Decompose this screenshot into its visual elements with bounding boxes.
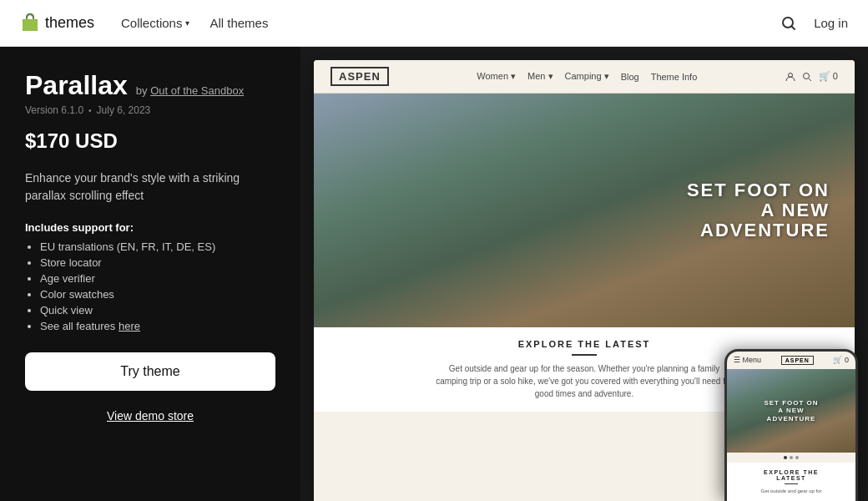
navbar-right: Log in: [777, 12, 848, 35]
preview-section-title: EXPLORE THE LATEST: [331, 339, 838, 349]
includes-title: Includes support for:: [25, 221, 275, 234]
theme-author: by Out of the Sandbox: [136, 84, 244, 97]
hero-text-overlay: SET FOOT ONA NEWADVENTURE: [687, 180, 830, 241]
mobile-dot: [795, 456, 799, 459]
preview-search-icon: [802, 72, 812, 82]
left-panel: Parallax by Out of the Sandbox Version 6…: [0, 47, 300, 501]
all-themes-link[interactable]: All themes: [209, 16, 268, 30]
preview-section-text: Get outside and gear up for the season. …: [434, 362, 734, 400]
feature-item: Store locator: [40, 256, 275, 269]
mobile-section-divider: [785, 483, 798, 484]
feature-item: Age verifier: [40, 272, 275, 285]
try-theme-button[interactable]: Try theme: [25, 352, 275, 391]
theme-description: Enhance your brand's style with a striki…: [25, 170, 275, 205]
preview-nav-links: Women ▾ Men ▾ Camping ▾ Blog Theme Info: [477, 71, 697, 82]
mobile-preview: ☰ Menu ASPEN 🛒 0 SET FOOT ONA NEWADVENTU…: [724, 349, 858, 501]
preview-hero: SET FOOT ONA NEWADVENTURE: [314, 94, 855, 327]
mobile-section-title: EXPLORE THELATEST: [732, 469, 850, 481]
view-demo-button[interactable]: View demo store: [25, 401, 275, 431]
search-button[interactable]: [777, 12, 800, 35]
theme-title: Parallax: [25, 70, 128, 101]
mobile-section-text: Get outside and gear up for: [732, 488, 850, 494]
collections-link[interactable]: Collections: [121, 16, 189, 30]
mobile-menu-icon: ☰ Menu: [734, 356, 761, 364]
navbar-links: Collections All themes: [121, 16, 777, 30]
feature-item: EU translations (EN, FR, IT, DE, ES): [40, 240, 275, 253]
logo-text: themes: [45, 14, 94, 32]
mobile-dots: [727, 453, 855, 463]
svg-line-5: [809, 78, 811, 81]
features-list: EU translations (EN, FR, IT, DE, ES) Sto…: [25, 240, 275, 336]
theme-title-row: Parallax by Out of the Sandbox: [25, 70, 275, 101]
theme-price: $170 USD: [25, 129, 275, 153]
theme-version: Version 6.1.0 • July 6, 2023: [25, 104, 275, 116]
mobile-cart-icon: 🛒 0: [833, 356, 849, 364]
feature-item: See all features here: [40, 320, 275, 332]
author-link[interactable]: Out of the Sandbox: [150, 84, 244, 97]
feature-item: Quick view: [40, 304, 275, 316]
mobile-section: EXPLORE THELATEST Get outside and gear u…: [727, 463, 855, 501]
svg-rect-1: [23, 19, 38, 31]
mobile-hero: SET FOOT ONA NEWADVENTURE: [727, 369, 855, 453]
search-icon: [780, 15, 797, 32]
logo[interactable]: themes: [20, 13, 94, 33]
preview-account-icon: [785, 72, 795, 82]
mobile-hero-text: SET FOOT ONA NEWADVENTURE: [764, 398, 818, 423]
mobile-dot: [784, 456, 787, 459]
login-link[interactable]: Log in: [814, 16, 848, 30]
right-panel: ASPEN Women ▾ Men ▾ Camping ▾ Blog Theme…: [300, 47, 868, 501]
mobile-logo: ASPEN: [781, 356, 814, 365]
mobile-dot: [790, 456, 793, 459]
feature-item: Color swatches: [40, 288, 275, 301]
preview-nav-icons: 🛒 0: [785, 71, 838, 82]
preview-navbar: ASPEN Women ▾ Men ▾ Camping ▾ Blog Theme…: [314, 60, 855, 94]
author-prefix: by: [136, 84, 148, 97]
svg-point-4: [803, 73, 809, 78]
main-content: Parallax by Out of the Sandbox Version 6…: [0, 47, 868, 501]
shopify-bag-icon: [20, 13, 40, 33]
features-link[interactable]: here: [119, 320, 140, 332]
preview-logo: ASPEN: [331, 67, 389, 86]
navbar: themes Collections All themes Log in: [0, 0, 868, 47]
preview-section-divider: [572, 354, 597, 356]
mobile-nav: ☰ Menu ASPEN 🛒 0: [727, 352, 855, 369]
